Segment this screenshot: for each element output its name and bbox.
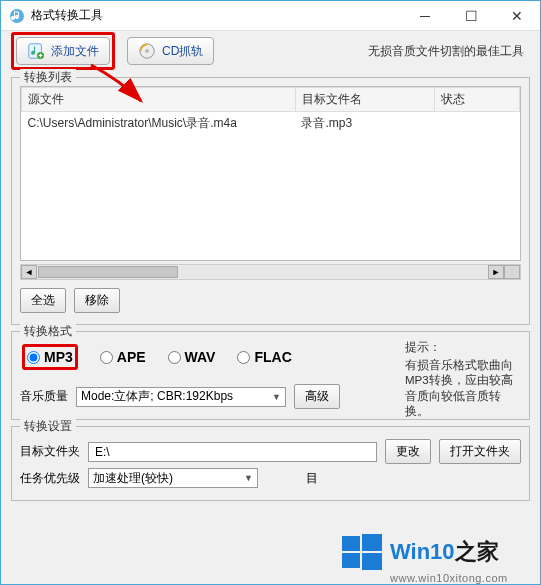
select-all-button[interactable]: 全选 bbox=[20, 288, 66, 313]
watermark: Win10 之家 www.win10xitong.com bbox=[340, 530, 540, 584]
conversion-table[interactable]: 源文件 目标文件名 状态 C:\Users\Administrator\Musi… bbox=[20, 86, 521, 261]
cell-status bbox=[435, 112, 520, 136]
radio-ape-label: APE bbox=[117, 349, 146, 365]
partial-label: 目 bbox=[306, 470, 318, 487]
dest-path-value: E:\ bbox=[95, 445, 110, 459]
radio-ape-input[interactable] bbox=[100, 351, 113, 364]
close-button[interactable]: ✕ bbox=[494, 1, 540, 31]
svg-rect-6 bbox=[362, 534, 382, 551]
chevron-down-icon: ▼ bbox=[272, 392, 281, 402]
radio-wav-label: WAV bbox=[185, 349, 216, 365]
radio-flac-label: FLAC bbox=[254, 349, 291, 365]
window-title: 格式转换工具 bbox=[31, 7, 402, 24]
svg-rect-7 bbox=[342, 553, 360, 568]
priority-label: 任务优先级 bbox=[20, 470, 80, 487]
col-target[interactable]: 目标文件名 bbox=[295, 88, 434, 112]
watermark-brand2: 之家 bbox=[455, 537, 499, 567]
change-button[interactable]: 更改 bbox=[385, 439, 431, 464]
radio-wav-input[interactable] bbox=[168, 351, 181, 364]
format-group-title: 转换格式 bbox=[20, 323, 76, 340]
hint-body: 有损音乐格式歌曲向MP3转换，应由较高音质向较低音质转换。 bbox=[405, 358, 515, 420]
radio-mp3-label: MP3 bbox=[44, 349, 73, 365]
svg-point-4 bbox=[145, 49, 149, 53]
horizontal-scrollbar[interactable]: ◄ ► bbox=[20, 264, 521, 280]
col-status[interactable]: 状态 bbox=[435, 88, 520, 112]
table-row[interactable]: C:\Users\Administrator\Music\录音.m4a 录音.m… bbox=[22, 112, 520, 136]
radio-mp3[interactable]: MP3 bbox=[27, 349, 73, 365]
watermark-brand1: Win10 bbox=[390, 539, 455, 565]
svg-rect-8 bbox=[362, 553, 382, 570]
radio-wav[interactable]: WAV bbox=[168, 349, 216, 365]
dest-path-field[interactable]: E:\ bbox=[88, 442, 377, 462]
radio-ape[interactable]: APE bbox=[100, 349, 146, 365]
cell-target: 录音.mp3 bbox=[295, 112, 434, 136]
svg-rect-5 bbox=[342, 536, 360, 551]
scroll-thumb[interactable] bbox=[38, 266, 178, 278]
open-folder-button[interactable]: 打开文件夹 bbox=[439, 439, 521, 464]
dest-label: 目标文件夹 bbox=[20, 443, 80, 460]
scroll-corner bbox=[504, 265, 520, 279]
priority-value: 加速处理(较快) bbox=[93, 470, 173, 487]
col-source[interactable]: 源文件 bbox=[22, 88, 296, 112]
radio-flac-input[interactable] bbox=[237, 351, 250, 364]
radio-mp3-input[interactable] bbox=[27, 351, 40, 364]
add-file-label: 添加文件 bbox=[51, 43, 99, 60]
radio-flac[interactable]: FLAC bbox=[237, 349, 291, 365]
add-file-highlight: 添加文件 bbox=[11, 32, 115, 70]
quality-value: Mode:立体声; CBR:192Kbps bbox=[81, 388, 233, 405]
cell-source: C:\Users\Administrator\Music\录音.m4a bbox=[22, 112, 296, 136]
maximize-button[interactable]: ☐ bbox=[448, 1, 494, 31]
quality-label: 音乐质量 bbox=[20, 388, 68, 405]
minimize-button[interactable]: ─ bbox=[402, 1, 448, 31]
app-icon bbox=[9, 8, 25, 24]
scroll-left-arrow[interactable]: ◄ bbox=[21, 265, 37, 279]
chevron-down-icon: ▼ bbox=[244, 473, 253, 483]
quality-select[interactable]: Mode:立体声; CBR:192Kbps ▼ bbox=[76, 387, 286, 407]
music-add-icon bbox=[27, 42, 45, 60]
watermark-url: www.win10xitong.com bbox=[390, 572, 540, 584]
toolbar-tip: 无损音质文件切割的最佳工具 bbox=[368, 43, 524, 60]
scroll-right-arrow[interactable]: ► bbox=[488, 265, 504, 279]
windows-logo-icon bbox=[340, 530, 384, 574]
cd-rip-button[interactable]: CD抓轨 bbox=[127, 37, 214, 65]
hint-title: 提示： bbox=[405, 340, 515, 356]
advanced-button[interactable]: 高级 bbox=[294, 384, 340, 409]
cd-rip-label: CD抓轨 bbox=[162, 43, 203, 60]
priority-select[interactable]: 加速处理(较快) ▼ bbox=[88, 468, 258, 488]
mp3-highlight: MP3 bbox=[22, 344, 78, 370]
cd-icon bbox=[138, 42, 156, 60]
list-group-title: 转换列表 bbox=[20, 69, 76, 86]
add-file-button[interactable]: 添加文件 bbox=[16, 37, 110, 65]
settings-group-title: 转换设置 bbox=[20, 418, 76, 435]
hint-box: 提示： 有损音乐格式歌曲向MP3转换，应由较高音质向较低音质转换。 bbox=[405, 340, 515, 420]
remove-button[interactable]: 移除 bbox=[74, 288, 120, 313]
